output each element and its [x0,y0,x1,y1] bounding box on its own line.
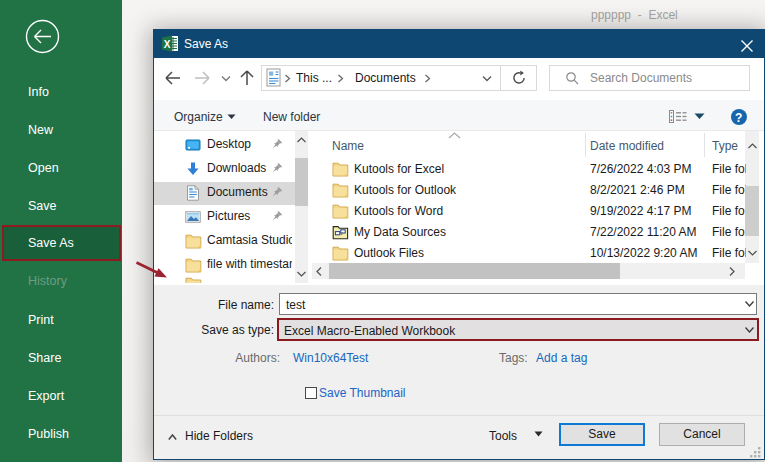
svg-text:X: X [164,39,171,50]
